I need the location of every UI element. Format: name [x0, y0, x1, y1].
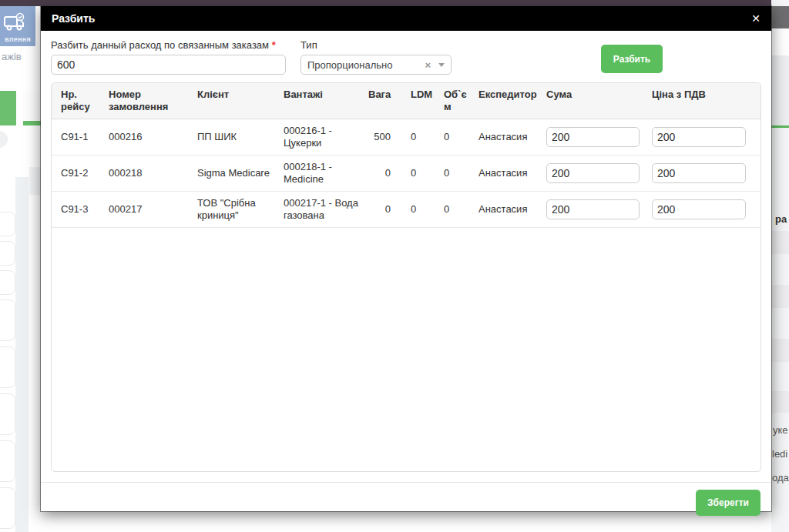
modal-title: Разбить	[52, 12, 95, 25]
background-tab	[23, 91, 42, 121]
sum-input[interactable]	[546, 163, 640, 183]
background-white-block	[771, 28, 789, 55]
price-vat-cell	[643, 158, 760, 189]
column-header: Номер замовлення	[99, 83, 188, 119]
save-button[interactable]: Зберегти	[696, 490, 760, 516]
volume-value: 0	[435, 125, 469, 149]
order-number: 000216	[99, 125, 188, 149]
forwarder-name: Анастасия	[469, 125, 537, 149]
volume-value: 0	[435, 198, 469, 221]
ldm-value: 0	[401, 125, 435, 149]
table-header-row: Нр. рейсу Номер замовлення Клієнт Вантаж…	[52, 83, 760, 119]
truck-check-icon	[2, 11, 26, 35]
price-vat-input[interactable]	[652, 127, 746, 147]
type-field-group: Тип Пропорционально ×	[300, 39, 452, 75]
column-header: Об`єм	[435, 83, 469, 119]
background-text-fragment: ода	[772, 472, 789, 483]
clear-selection-icon[interactable]: ×	[425, 59, 431, 71]
background-text-fragment: уке	[773, 424, 788, 436]
background-text-fragment: ledi	[772, 448, 787, 460]
split-button[interactable]: Разбить	[601, 45, 663, 73]
trip-number: С91-1	[52, 125, 99, 149]
column-header: LDM	[401, 83, 435, 119]
weight-value: 0	[368, 162, 401, 185]
weight-value: 0	[368, 198, 401, 221]
column-header: Вага	[368, 83, 401, 119]
modal-footer: Зберегти	[41, 482, 771, 523]
background-green-button	[0, 91, 16, 125]
cargo-name: 000216-1 - Цукерки	[274, 119, 368, 155]
page-topbar	[0, 0, 789, 6]
background-row-stripe	[771, 339, 789, 362]
sum-cell	[537, 122, 643, 152]
background-ghost-field	[0, 393, 15, 435]
column-header: Експедитор	[469, 83, 537, 119]
sum-input[interactable]	[546, 127, 640, 147]
background-ghost-field	[0, 346, 15, 388]
background-ghost-field	[0, 299, 15, 341]
required-asterisk: *	[272, 39, 276, 51]
background-ghost-field	[0, 487, 15, 529]
type-select-value: Пропорционально	[307, 59, 425, 71]
split-form: Разбить данный расход по связанным заказ…	[51, 39, 761, 75]
ldm-value: 0	[401, 198, 435, 221]
background-strip	[15, 177, 29, 532]
forwarder-name: Анастасия	[469, 162, 537, 185]
type-label: Тип	[300, 39, 452, 51]
sidebar-item-label: влення	[5, 35, 31, 43]
background-block	[29, 167, 41, 195]
modal-body: Разбить данный расход по связанным заказ…	[41, 31, 771, 472]
background-gray-block	[771, 55, 789, 125]
chevron-down-icon	[438, 63, 445, 67]
order-number: 000217	[99, 198, 188, 221]
client-name: ТОВ "Срібна криниця"	[188, 192, 274, 227]
background-row-stripe	[771, 391, 789, 413]
ldm-value: 0	[401, 162, 435, 185]
cargo-name: 000218-1 - Medicine	[274, 156, 368, 191]
column-header: Вантажі	[274, 83, 368, 119]
sidebar-item-orders[interactable]: влення	[0, 6, 35, 46]
price-vat-cell	[643, 194, 760, 225]
sum-cell	[537, 158, 643, 189]
amount-field-group: Разбить данный расход по связанным заказ…	[51, 39, 286, 75]
background-ghost-field	[0, 270, 15, 295]
price-vat-input[interactable]	[652, 163, 746, 183]
split-expense-modal: Разбить ✕ Разбить данный расход по связа…	[41, 6, 771, 511]
background-ghost-field	[0, 440, 15, 482]
column-header: Нр. рейсу	[52, 83, 99, 119]
price-vat-input[interactable]	[652, 199, 746, 219]
background-row-stripe	[771, 231, 789, 254]
column-header: Сума	[537, 83, 643, 119]
weight-value: 500	[368, 125, 401, 149]
cargo-name: 000217-1 - Вода газована	[274, 192, 368, 227]
sum-input[interactable]	[546, 199, 640, 219]
background-text-fragment: ра	[775, 213, 787, 225]
client-name: Sigma Medicare	[188, 162, 274, 185]
table-row: С91-3 000217 ТОВ "Срібна криниця" 000217…	[52, 192, 760, 228]
background-tab-underline	[23, 121, 42, 125]
trip-number: С91-3	[52, 198, 99, 221]
background-avatar	[0, 131, 8, 148]
type-select[interactable]: Пропорционально ×	[300, 55, 452, 75]
amount-input[interactable]	[51, 55, 286, 75]
modal-header: Разбить ✕	[41, 6, 771, 31]
column-header: Ціна з ПДВ	[643, 83, 760, 119]
client-name: ПП ШИК	[188, 125, 274, 149]
table-row: С91-1 000216 ПП ШИК 000216-1 - Цукерки 5…	[52, 119, 760, 156]
close-icon[interactable]: ✕	[751, 13, 760, 24]
column-header: Клієнт	[188, 83, 274, 119]
volume-value: 0	[435, 162, 469, 185]
order-number: 000218	[99, 162, 188, 185]
background-ghost-field	[0, 212, 15, 236]
forwarder-name: Анастасия	[469, 198, 537, 221]
orders-table: Нр. рейсу Номер замовлення Клієнт Вантаж…	[51, 82, 761, 472]
amount-label: Разбить данный расход по связанным заказ…	[51, 39, 286, 51]
sidebar-item-cargo[interactable]: ажів	[2, 51, 22, 62]
background-dark-block	[771, 6, 789, 28]
background-row-stripe	[771, 285, 789, 308]
background-green-tab-line	[771, 125, 789, 128]
price-vat-cell	[643, 122, 760, 152]
sum-cell	[537, 194, 643, 225]
trip-number: С91-2	[52, 162, 99, 185]
table-row: С91-2 000218 Sigma Medicare 000218-1 - M…	[52, 156, 760, 192]
